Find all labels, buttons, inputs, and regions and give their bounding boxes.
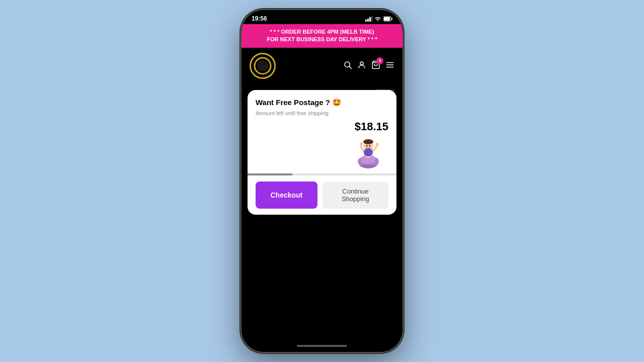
navigation-bar: 3 — [242, 48, 403, 84]
nav-icons-group: 3 — [343, 60, 394, 71]
svg-rect-1 — [367, 19, 369, 22]
free-postage-modal: Want Free Postage ? 🤩 Amount left until … — [248, 90, 396, 215]
home-indicator — [242, 342, 403, 352]
svg-point-11 — [360, 62, 363, 65]
banner-line1: * * * ORDER BEFORE 4PM (MELB TIME) — [248, 28, 396, 36]
status-time: 19:56 — [252, 15, 267, 22]
svg-line-10 — [349, 66, 351, 68]
menu-icon — [385, 60, 394, 69]
search-icon — [343, 60, 352, 69]
main-content: (x5) EDIT Curl: C Subtotal $56.85 Shippi… — [242, 84, 403, 342]
account-button[interactable] — [357, 60, 366, 71]
status-icons — [365, 16, 392, 22]
continue-shopping-button[interactable]: Continue Shopping — [323, 182, 388, 209]
svg-point-26 — [376, 143, 379, 146]
svg-rect-5 — [384, 17, 390, 21]
svg-rect-3 — [371, 16, 372, 22]
svg-point-27 — [364, 148, 373, 156]
svg-point-24 — [369, 145, 371, 146]
checkout-button[interactable]: Checkout — [256, 182, 317, 209]
svg-point-8 — [257, 60, 268, 71]
modal-subtitle: Amount left until free shipping — [256, 110, 388, 116]
promo-banner: * * * ORDER BEFORE 4PM (MELB TIME) FOR N… — [242, 24, 403, 48]
signal-icon — [365, 16, 372, 22]
svg-point-22 — [363, 139, 373, 144]
notch — [297, 10, 347, 21]
svg-rect-0 — [365, 20, 367, 22]
search-button[interactable] — [343, 60, 352, 71]
wifi-icon — [374, 16, 381, 22]
svg-point-23 — [366, 145, 368, 146]
svg-rect-6 — [391, 18, 392, 20]
home-bar — [297, 345, 347, 347]
menu-button[interactable] — [385, 60, 394, 71]
shipping-amount: $18.15 — [355, 120, 388, 133]
status-bar: 19:56 — [242, 10, 403, 24]
cart-button[interactable]: 3 — [371, 60, 380, 71]
character-illustration — [353, 133, 388, 169]
battery-icon — [383, 16, 392, 22]
logo — [250, 53, 276, 79]
account-icon — [357, 60, 366, 69]
modal-overlay: Want Free Postage ? 🤩 Amount left until … — [242, 84, 403, 342]
phone-frame: 19:56 — [242, 10, 403, 352]
screen: 19:56 — [242, 10, 403, 352]
modal-buttons: Checkout Continue Shopping — [248, 175, 396, 215]
svg-point-25 — [360, 142, 363, 145]
cart-badge: 3 — [376, 57, 383, 64]
logo-icon — [253, 56, 273, 76]
modal-header: Want Free Postage ? 🤩 Amount left until … — [248, 90, 396, 120]
banner-line2: FOR NEXT BUSINESS DAY DELIVERY * * * — [248, 36, 396, 43]
svg-rect-2 — [369, 17, 371, 22]
modal-title: Want Free Postage ? 🤩 — [256, 98, 388, 107]
